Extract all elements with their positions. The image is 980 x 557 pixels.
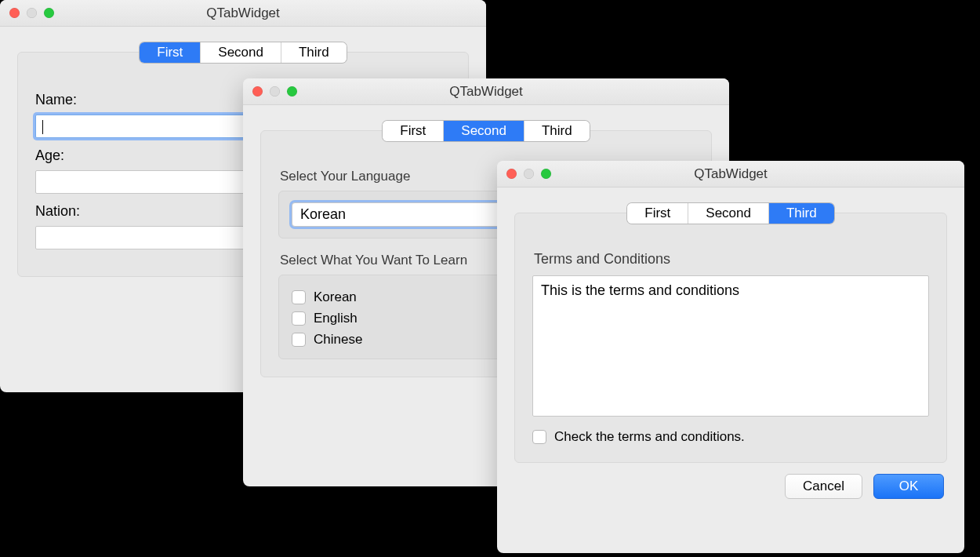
window-third: QTabWidget First Second Third Terms and … bbox=[497, 161, 964, 553]
learn-option-label: Korean bbox=[314, 289, 357, 305]
terms-textarea[interactable]: This is the terms and conditions bbox=[532, 275, 929, 417]
tab-first[interactable]: First bbox=[140, 42, 201, 63]
window-title: QTabWidget bbox=[497, 166, 964, 182]
zoom-icon[interactable] bbox=[44, 8, 54, 18]
zoom-icon[interactable] bbox=[541, 169, 551, 179]
checkbox-icon bbox=[292, 333, 306, 347]
checkbox-icon bbox=[292, 290, 306, 304]
minimize-icon[interactable] bbox=[270, 86, 280, 96]
titlebar[interactable]: QTabWidget bbox=[243, 78, 729, 105]
traffic-lights bbox=[252, 86, 297, 96]
cancel-button[interactable]: Cancel bbox=[785, 474, 862, 499]
minimize-icon[interactable] bbox=[27, 8, 37, 18]
tab-bar: First Second Third bbox=[140, 42, 346, 63]
tab-third[interactable]: Third bbox=[281, 42, 347, 63]
close-icon[interactable] bbox=[252, 86, 263, 96]
dialog-buttons: Cancel OK bbox=[497, 463, 964, 499]
tab-second[interactable]: Second bbox=[444, 121, 524, 141]
tab-third[interactable]: Third bbox=[769, 203, 834, 224]
tab-bar: First Second Third bbox=[627, 203, 833, 224]
terms-text: This is the terms and conditions bbox=[541, 282, 739, 298]
titlebar[interactable]: QTabWidget bbox=[497, 161, 964, 187]
zoom-icon[interactable] bbox=[287, 86, 297, 96]
terms-label: Terms and Conditions bbox=[534, 251, 929, 268]
titlebar[interactable]: QTabWidget bbox=[0, 0, 486, 27]
accept-terms-label: Check the terms and conditions. bbox=[554, 429, 745, 445]
tab-third[interactable]: Third bbox=[524, 121, 590, 141]
window-title: QTabWidget bbox=[243, 84, 729, 100]
close-icon[interactable] bbox=[9, 8, 20, 18]
tab-second[interactable]: Second bbox=[201, 42, 281, 63]
accept-terms-checkbox[interactable]: Check the terms and conditions. bbox=[532, 429, 929, 445]
checkbox-icon bbox=[292, 311, 306, 326]
window-title: QTabWidget bbox=[0, 5, 486, 21]
traffic-lights bbox=[506, 169, 551, 179]
learn-option-label: Chinese bbox=[314, 332, 362, 348]
traffic-lights bbox=[9, 8, 54, 18]
tab-pane-third: Terms and Conditions This is the terms a… bbox=[514, 213, 947, 463]
tab-first[interactable]: First bbox=[383, 121, 444, 141]
minimize-icon[interactable] bbox=[524, 169, 534, 179]
ok-button[interactable]: OK bbox=[873, 474, 944, 499]
close-icon[interactable] bbox=[506, 169, 517, 179]
language-selected: Korean bbox=[300, 206, 346, 223]
tab-first[interactable]: First bbox=[627, 203, 688, 224]
tab-bar: First Second Third bbox=[383, 121, 589, 141]
checkbox-icon bbox=[532, 430, 546, 444]
tab-second[interactable]: Second bbox=[688, 203, 769, 224]
learn-option-label: English bbox=[314, 311, 358, 326]
